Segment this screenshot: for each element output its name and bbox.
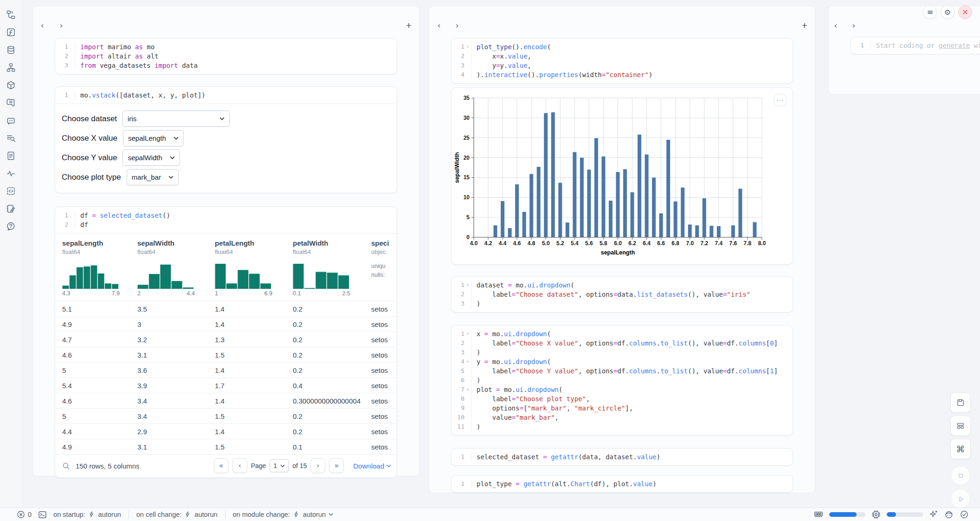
svg-text:8.0: 8.0 [758,240,766,247]
code-cell-dataframe[interactable]: 1df = selected_dataset()2df sepalLengthf… [55,207,397,478]
autorun-setting[interactable]: on cell change:autorun [136,511,218,518]
code-cell-imports[interactable]: 1import marimo as mo2import altair as al… [55,38,397,74]
assistant-button[interactable] [944,510,954,519]
fold-icon[interactable]: ∨ [464,280,471,290]
table-row[interactable]: 53.61.40.2setos [55,362,397,378]
file-explorer-icon[interactable] [6,9,16,20]
autorun-setting[interactable]: on startup:autorun [53,511,121,518]
table-row[interactable]: 4.42.91.40.2setos [55,423,397,439]
code-cell-plot[interactable]: 1∨plot_type().encode(2 x=x.value,3 y=y.v… [451,38,793,84]
add-cell-button[interactable]: + [402,19,415,32]
code-cell-plot-type[interactable]: 1plot_type = getattr(alt.Chart(df), plot… [451,475,793,493]
run-button[interactable] [951,489,970,508]
code-text: x = mo.ui.dropdown( [471,329,788,339]
scratchpad-icon[interactable] [6,203,16,214]
packages-icon[interactable] [6,80,16,90]
line-number: 7 [451,385,464,394]
search-icon[interactable] [61,461,71,471]
table-row[interactable]: 4.73.21.30.2setos [55,332,397,347]
choose-plot-type-select[interactable]: mark_bar [127,169,179,185]
dependency-graph-icon[interactable] [6,62,16,72]
chevron-down-icon [168,176,174,179]
code-cell-xy-plot-dropdowns[interactable]: 1∨x = mo.ui.dropdown(2 label="Choose X v… [451,325,793,436]
code-cell-vstack[interactable]: 1mo.vstack([dataset, x, y, plot]) Choose… [55,86,397,193]
table-column-header[interactable]: speciobjecuniqunulls: [371,239,397,301]
cell-value: 4.6 [62,397,137,405]
fold-icon[interactable]: ∨ [464,329,471,339]
datasources-icon[interactable] [6,45,16,55]
bar-chart[interactable]: 051015202530354.04.24.44.64.85.05.25.45.… [451,88,794,264]
tracing-icon[interactable] [6,168,16,178]
column-name: sepalLength [62,239,137,247]
table-row[interactable]: 4.93.11.50.1setos [55,439,397,454]
table-row[interactable]: 4.931.40.2setos [55,316,397,332]
terminal-button[interactable] [38,510,47,519]
fold-icon[interactable]: ∨ [464,357,471,366]
table-row[interactable]: 4.63.11.50.2setos [55,347,397,362]
code-cell-selected-dataset[interactable]: 1selected_dataset = getattr(data, datase… [451,448,793,466]
layout-button[interactable] [950,416,971,436]
stop-button[interactable] [951,466,970,485]
kernel-status-icon[interactable] [960,510,969,519]
logs-search-icon[interactable] [6,133,16,143]
snippets-icon[interactable] [6,186,16,196]
empty-code-cell[interactable]: 1 Start coding or generate with [851,37,980,54]
column-dtype: float64 [62,248,137,255]
cell-value: 5.1 [62,305,137,313]
code-line: 3) [451,299,788,308]
fold-icon[interactable]: ∨ [464,42,471,52]
svg-text:7.8: 7.8 [744,240,752,247]
download-button[interactable]: Download [353,462,391,470]
page-select[interactable]: 1 [270,459,289,472]
ai-chat-icon[interactable] [6,115,16,125]
cpu-usage-meter[interactable] [887,512,923,517]
code-text: selected_dataset = getattr(data, dataset… [471,452,788,462]
column-next-button[interactable]: › [55,19,67,31]
table-row[interactable]: 4.63.41.40.3000000000000004setos [55,393,397,408]
first-page-button[interactable]: « [214,458,229,473]
table-row[interactable]: 5.43.91.70.4setos [55,378,397,393]
memory-usage-meter[interactable] [829,512,865,517]
autorun-setting[interactable]: on module change:autorun [233,511,334,518]
fold-icon[interactable]: ∨ [464,385,471,394]
last-page-button[interactable]: » [329,458,344,473]
menu-button[interactable] [923,5,937,19]
help-icon[interactable] [6,221,16,231]
circle-x-icon [17,510,25,519]
column-next-button[interactable]: › [848,19,860,31]
line-number: 2 [55,52,68,61]
prev-page-button[interactable]: ‹ [232,458,247,473]
next-page-button[interactable]: › [310,458,325,473]
choose-dataset-select[interactable]: iris [122,111,230,127]
table-column-header[interactable]: sepalLengthfloat644.37.9 [62,239,137,301]
functions-icon[interactable] [6,27,16,37]
code-text: import altair as alt [75,52,392,61]
column-prev-button[interactable]: ‹ [433,19,445,31]
code-cell-dataset-dropdown[interactable]: 1∨dataset = mo.ui.dropdown(2 label="Choo… [451,276,793,313]
save-button[interactable] [950,392,971,413]
add-cell-button[interactable]: + [798,19,811,32]
table-row[interactable]: 53.41.50.2setos [55,408,397,423]
chart-actions-button[interactable]: ⋯ [774,93,787,107]
choose-x-value-select[interactable]: sepalLength [123,130,184,146]
settings-button[interactable]: ⚙ [941,5,954,19]
code-text: ) [471,422,788,431]
cell-value: 0.4 [293,382,371,390]
table-column-header[interactable]: sepalWidthfloat6424.4 [137,239,215,301]
column-prev-button[interactable]: ‹ [36,19,48,31]
ai-sparkle-button[interactable] [929,510,938,519]
table-column-header[interactable]: petalWidthfloat640.12.5 [293,239,371,301]
error-count-indicator[interactable]: 0 [17,510,32,519]
choose-y-value-select[interactable]: sepalWidth [122,150,180,166]
code-placeholder[interactable]: Start coding or generate with [870,41,980,50]
command-palette-button[interactable]: ⌘ [950,439,971,459]
column-prev-button[interactable]: ‹ [830,19,842,31]
scripts-icon[interactable] [6,98,16,108]
code-line: 3from vega_datasets import data [55,61,392,70]
close-button[interactable] [958,5,972,19]
column-next-button[interactable]: › [451,19,463,31]
table-column-header[interactable]: petalLengthfloat6416.9 [215,239,293,301]
documentation-icon[interactable] [6,150,16,161]
notebook-column-2: ‹ › + 1∨plot_type().encode(2 x=x.value,3… [429,6,815,493]
table-row[interactable]: 5.13.51.40.2setos [55,301,397,316]
